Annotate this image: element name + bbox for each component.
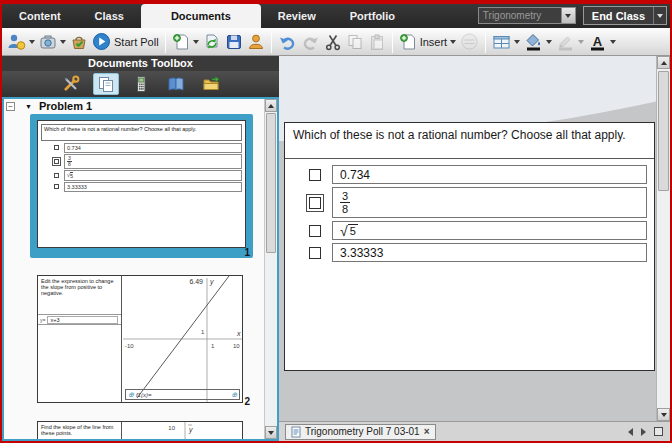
page-sorter-tab[interactable] — [93, 73, 119, 95]
add-student-icon — [7, 33, 26, 51]
page-layout-icon — [492, 33, 511, 51]
cut-button[interactable] — [322, 30, 344, 54]
document-workspace: Which of these is not a rational number?… — [279, 56, 670, 441]
option-row-1: 0.734 — [285, 165, 647, 184]
page-thumbnail-3[interactable]: Find the slope of the line from these po… — [30, 421, 253, 441]
redo-button[interactable] — [299, 30, 322, 54]
tab-portfolio[interactable]: Portfolio — [333, 4, 412, 28]
option-1-field[interactable]: 0.734 — [332, 165, 647, 184]
option-4-checkbox-wrap — [306, 244, 324, 262]
document-list-button[interactable] — [654, 427, 663, 436]
page-sorter-icon — [97, 75, 115, 93]
question-text[interactable]: Which of these is not a rational number?… — [285, 123, 654, 159]
sidebar-scrollbar[interactable] — [264, 99, 277, 439]
chevron-down-icon — [514, 40, 520, 44]
add-student-button[interactable] — [5, 30, 37, 54]
document-tools-icon — [62, 75, 80, 93]
undo-button[interactable] — [276, 30, 299, 54]
checkbox-icon — [54, 159, 59, 164]
transfer-document-icon — [203, 33, 221, 51]
chevron-down-icon — [450, 40, 456, 44]
save-button[interactable] — [223, 30, 245, 54]
svg-text:-10: -10 — [125, 343, 134, 349]
portfolio-tab[interactable] — [198, 73, 224, 95]
thumb2-graph-pane: 6.49 y 1 -10 1 10 x ⊕ f1(x)= ⊕ — [123, 276, 242, 402]
scrollbar-thumb[interactable] — [266, 113, 276, 253]
end-class-menu-arrow[interactable] — [653, 7, 666, 24]
new-document-button[interactable] — [170, 30, 201, 54]
scroll-up-button[interactable] — [265, 99, 277, 112]
tab-class[interactable]: Class — [78, 4, 141, 28]
problem-section-header[interactable]: − ▼ Problem 1 — [4, 99, 277, 113]
thumb2-expression-row: y= x+3 — [38, 314, 121, 325]
line-color-button[interactable] — [554, 30, 586, 54]
option-1-checkbox[interactable] — [309, 169, 321, 181]
class-select-arrow-button[interactable] — [561, 8, 575, 23]
option-2-field[interactable]: 38 — [332, 187, 647, 218]
option-3-field[interactable]: √5 — [332, 221, 647, 240]
checkbox-icon — [54, 173, 59, 178]
scroll-down-button[interactable] — [657, 408, 670, 421]
chevron-down-icon — [657, 14, 663, 18]
paste-button[interactable] — [366, 30, 388, 54]
thumb-checkbox-wrap — [52, 157, 61, 166]
option-2-checkbox-wrap — [306, 194, 324, 212]
start-poll-button[interactable]: Start Poll — [90, 30, 161, 54]
document-tools-tab[interactable] — [58, 73, 84, 95]
option-row-4: 3.33333 — [285, 243, 647, 262]
transfer-document-button[interactable] — [201, 30, 223, 54]
class-select-dropdown[interactable]: Trigonometry — [478, 7, 576, 24]
page-3-slide-preview: Find the slope of the line from these po… — [37, 421, 243, 441]
student-icon — [247, 33, 265, 51]
scroll-down-button[interactable] — [265, 426, 277, 439]
page-thumbnail-1[interactable]: Which of these is not a rational number?… — [30, 114, 253, 258]
fill-color-button[interactable] — [522, 30, 554, 54]
document-scrollbar[interactable] — [656, 56, 670, 421]
lesson-content-tab[interactable] — [163, 73, 189, 95]
thumb3-prompt-text: Find the slope of the line from these po… — [38, 422, 121, 438]
close-icon[interactable]: × — [424, 426, 430, 437]
text-color-button[interactable]: A — [586, 30, 618, 54]
svg-text:y: y — [188, 426, 193, 434]
collapse-box-icon[interactable]: − — [6, 102, 15, 111]
toolbar-separator — [485, 31, 486, 53]
fraction-denominator: 8 — [68, 161, 71, 167]
screen-capture-button[interactable] — [37, 30, 68, 54]
fraction: 38 — [340, 190, 350, 215]
next-document-button[interactable] — [641, 428, 646, 436]
ti-smartview-tab[interactable] — [128, 73, 154, 95]
start-poll-icon — [92, 32, 111, 51]
plus-circle-icon: ⊕ — [128, 391, 134, 398]
tab-content[interactable]: Content — [2, 4, 78, 28]
copy-button[interactable] — [344, 30, 366, 54]
scroll-up-button[interactable] — [657, 56, 670, 69]
option-2-checkbox[interactable] — [309, 197, 321, 209]
thumb-checkbox-wrap — [52, 143, 61, 152]
student-kit-button[interactable] — [68, 30, 90, 54]
toolbar-separator — [392, 31, 393, 53]
new-document-icon — [172, 33, 190, 51]
application-window: Content Class Documents Review Portfolio… — [0, 0, 672, 443]
page-layout-button[interactable] — [490, 30, 522, 54]
tab-review[interactable]: Review — [261, 4, 333, 28]
workspace-tabbar: Content Class Documents Review Portfolio… — [2, 4, 670, 28]
previous-document-button[interactable] — [628, 428, 633, 436]
documents-toolbox-title: Documents Toolbox — [2, 56, 279, 71]
option-3-checkbox[interactable] — [309, 225, 321, 237]
insert-button[interactable]: Insert — [397, 30, 459, 54]
copy-icon — [346, 33, 364, 51]
document-tab[interactable]: Trigonometry Poll 7 03-01 × — [285, 424, 436, 440]
main-toolbar: Start Poll — [2, 28, 670, 56]
option-4-checkbox[interactable] — [309, 247, 321, 259]
option-4-field[interactable]: 3.33333 — [332, 243, 647, 262]
thumb2-prompt-text: Edit the expression to change the slope … — [38, 276, 121, 298]
document-page: Which of these is not a rational number?… — [284, 122, 655, 371]
scrollbar-thumb[interactable] — [658, 71, 669, 191]
page-thumbnail-2[interactable]: Edit the expression to change the slope … — [30, 275, 253, 407]
section-arrow-icon[interactable]: ▼ — [25, 103, 32, 110]
end-class-button[interactable]: End Class — [583, 6, 667, 25]
student-button[interactable] — [245, 30, 267, 54]
variables-button[interactable] — [458, 30, 481, 54]
fraction-numerator: 3 — [340, 190, 350, 203]
tab-documents[interactable]: Documents — [141, 4, 261, 28]
